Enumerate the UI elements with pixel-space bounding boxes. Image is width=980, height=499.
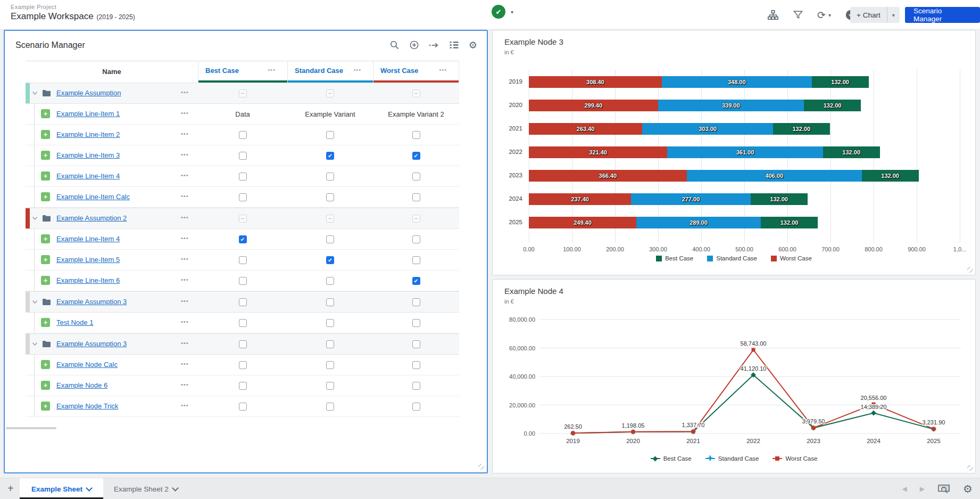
scenario-checkbox-unchecked[interactable]: [239, 403, 247, 411]
add-node-icon[interactable]: +: [41, 234, 50, 243]
panel-resize-handle[interactable]: [967, 267, 973, 273]
chevron-down-icon[interactable]: ▾: [511, 9, 513, 15]
settings-gear-icon[interactable]: ⚙: [963, 484, 973, 494]
row-menu-button[interactable]: •••: [181, 89, 189, 95]
scenario-checkbox-unchecked[interactable]: [412, 298, 420, 306]
chevron-down-icon[interactable]: [172, 485, 179, 492]
scenario-checkbox-unchecked[interactable]: [326, 173, 334, 181]
workspace-status-button[interactable]: ✔ ▾: [492, 5, 513, 19]
scenario-checkbox-unchecked[interactable]: [239, 340, 247, 348]
add-node-icon[interactable]: +: [41, 151, 50, 160]
row-link[interactable]: Example Assumption: [56, 89, 121, 97]
scenario-checkbox-unchecked[interactable]: [239, 319, 247, 327]
row-link[interactable]: Example Node 6: [56, 381, 107, 389]
scenario-checkbox-indeterminate[interactable]: −: [412, 89, 420, 97]
search-icon[interactable]: [389, 40, 400, 50]
row-link[interactable]: Example Node Calc: [56, 361, 118, 369]
presentation-search-icon[interactable]: [937, 484, 950, 494]
scenario-checkbox-unchecked[interactable]: [239, 152, 247, 160]
row-link[interactable]: Example Line-Item 3: [56, 151, 120, 159]
scenario-checkbox-indeterminate[interactable]: −: [326, 89, 334, 97]
filter-icon[interactable]: [793, 10, 803, 20]
add-node-icon[interactable]: +: [41, 360, 50, 369]
scenario-checkbox-unchecked[interactable]: [326, 298, 334, 306]
row-menu-button[interactable]: •••: [181, 361, 189, 367]
row-menu-button[interactable]: •••: [181, 298, 189, 304]
add-node-icon[interactable]: +: [41, 192, 50, 201]
scenario-column-label[interactable]: Best Case: [205, 67, 239, 75]
row-link[interactable]: Example Line-Item 4: [56, 172, 120, 180]
row-menu-button[interactable]: •••: [181, 340, 189, 346]
add-chart-dropdown[interactable]: ▾: [887, 7, 900, 23]
row-link[interactable]: Example Line-Item 4: [56, 235, 120, 243]
row-link[interactable]: Example Line-Item 2: [56, 130, 120, 138]
jump-arrow-icon[interactable]: [429, 41, 439, 50]
scenario-checkbox-unchecked[interactable]: [412, 131, 420, 139]
row-menu-button[interactable]: •••: [181, 172, 189, 178]
row-menu-button[interactable]: •••: [181, 318, 189, 325]
scenario-checkbox-unchecked[interactable]: [326, 319, 334, 327]
scenario-checkbox-unchecked[interactable]: [326, 277, 334, 285]
scenario-manager-button[interactable]: Scenario Manager: [905, 7, 980, 23]
scenario-checkbox-unchecked[interactable]: [326, 131, 334, 139]
scenario-checkbox-checked[interactable]: ✔: [326, 152, 334, 160]
scenario-checkbox-unchecked[interactable]: [239, 361, 247, 369]
add-node-icon[interactable]: +: [41, 255, 50, 264]
scenario-checkbox-unchecked[interactable]: [239, 298, 247, 306]
tab-example-sheet[interactable]: Example Sheet: [20, 478, 103, 499]
row-menu-button[interactable]: •••: [181, 110, 189, 116]
row-link[interactable]: Example Node Trick: [56, 402, 118, 410]
scenario-checkbox-unchecked[interactable]: [412, 361, 420, 369]
row-link[interactable]: Example Line-Item 5: [56, 256, 120, 264]
scenario-checkbox-unchecked[interactable]: [239, 382, 247, 390]
scenario-checkbox-checked[interactable]: ✔: [239, 235, 247, 243]
row-menu-button[interactable]: •••: [181, 214, 189, 220]
add-chart-label[interactable]: + Chart: [850, 11, 887, 19]
hierarchy-icon[interactable]: [767, 9, 779, 21]
scenario-checkbox-unchecked[interactable]: [239, 193, 247, 201]
row-link[interactable]: Test Node 1: [56, 318, 93, 326]
panel-resize-handle[interactable]: [967, 465, 973, 471]
scenario-column-menu-button[interactable]: •••: [439, 67, 447, 73]
scenario-checkbox-unchecked[interactable]: [326, 361, 334, 369]
chevron-down-icon[interactable]: ▾: [828, 12, 831, 18]
row-menu-button[interactable]: •••: [181, 381, 189, 388]
chevron-down-icon[interactable]: [32, 300, 38, 304]
scenario-checkbox-unchecked[interactable]: [239, 256, 247, 264]
add-circle-icon[interactable]: [409, 40, 419, 50]
row-menu-button[interactable]: •••: [181, 151, 189, 158]
scenario-checkbox-unchecked[interactable]: [326, 382, 334, 390]
chevron-down-icon[interactable]: [32, 342, 38, 346]
row-menu-button[interactable]: •••: [181, 193, 189, 199]
scenario-column-menu-button[interactable]: •••: [268, 67, 276, 73]
scenario-checkbox-unchecked[interactable]: [239, 173, 247, 181]
refresh-button[interactable]: ⟳ ▾: [817, 10, 831, 20]
row-menu-button[interactable]: •••: [181, 235, 189, 241]
row-menu-button[interactable]: •••: [181, 276, 189, 283]
add-node-icon[interactable]: +: [41, 171, 50, 181]
scenario-column-label[interactable]: Standard Case: [295, 67, 343, 75]
scenario-checkbox-unchecked[interactable]: [412, 340, 420, 348]
add-node-icon[interactable]: +: [41, 109, 50, 118]
add-node-icon[interactable]: +: [41, 276, 50, 285]
row-menu-button[interactable]: •••: [181, 130, 189, 137]
row-menu-button[interactable]: •••: [181, 402, 189, 408]
scenario-checkbox-unchecked[interactable]: [412, 382, 420, 390]
next-sheet-icon[interactable]: ▶: [920, 485, 925, 493]
scenario-checkbox-unchecked[interactable]: [412, 403, 420, 411]
scenario-checkbox-checked[interactable]: ✔: [412, 152, 420, 160]
scenario-checkbox-indeterminate[interactable]: −: [239, 89, 247, 97]
panel-resize-handle[interactable]: [478, 464, 484, 470]
row-link[interactable]: Example Line-Item 6: [56, 276, 120, 284]
scenario-checkbox-indeterminate[interactable]: −: [326, 215, 334, 223]
scenario-checkbox-checked[interactable]: ✔: [412, 277, 420, 285]
scenario-checkbox-unchecked[interactable]: [239, 131, 247, 139]
add-node-icon[interactable]: +: [41, 318, 50, 327]
scenario-column-label[interactable]: Worst Case: [380, 67, 418, 75]
scenario-checkbox-unchecked[interactable]: [326, 235, 334, 243]
scenario-checkbox-indeterminate[interactable]: −: [412, 215, 420, 223]
add-sheet-button[interactable]: +: [7, 482, 14, 494]
add-node-icon[interactable]: +: [41, 402, 50, 411]
row-link[interactable]: Example Line-Item 1: [56, 110, 120, 118]
row-menu-button[interactable]: •••: [181, 256, 189, 262]
